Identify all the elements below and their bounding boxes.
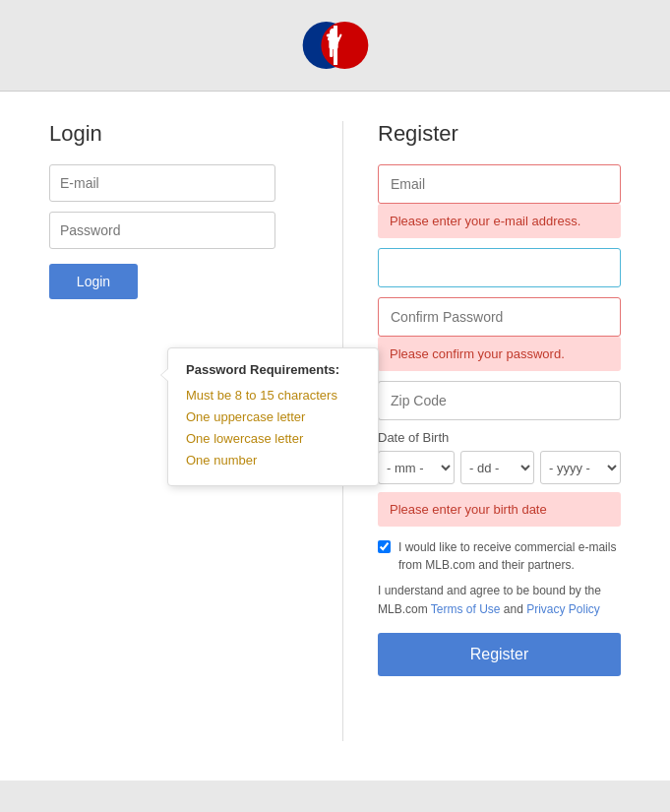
dob-month-select[interactable]: - mm - 010203 040506 070809 101112 xyxy=(378,451,455,484)
pw-requirements-title: Password Requirements: xyxy=(186,362,360,377)
pw-req-length: Must be 8 to 15 characters xyxy=(186,385,360,406)
zip-input[interactable] xyxy=(378,381,621,420)
svg-point-1 xyxy=(321,22,368,69)
password-group xyxy=(378,248,621,287)
login-button[interactable]: Login xyxy=(49,264,138,299)
login-password-input[interactable] xyxy=(49,212,275,249)
email-group: Please enter your e-mail address. xyxy=(378,164,621,238)
commercial-email-row: I would like to receive commercial e-mai… xyxy=(378,538,621,574)
terms-text: I understand and agree to be bound by th… xyxy=(378,582,621,619)
mlb-logo xyxy=(296,18,375,73)
commercial-email-checkbox[interactable] xyxy=(378,540,391,553)
pw-req-lowercase: One lowercase letter xyxy=(186,428,360,450)
pw-requirements-tooltip: Password Requirements: Must be 8 to 15 c… xyxy=(167,347,379,486)
dob-error-message: Please enter your birth date xyxy=(378,492,621,527)
dob-selects: - mm - 010203 040506 070809 101112 - dd … xyxy=(378,451,621,484)
confirm-password-group: Please confirm your password. xyxy=(378,297,621,371)
login-email-input[interactable] xyxy=(49,164,275,202)
header xyxy=(0,0,670,92)
svg-rect-9 xyxy=(334,26,337,65)
terms-and: and xyxy=(504,602,526,616)
dob-label: Date of Birth xyxy=(378,430,621,445)
confirm-password-error-message: Please confirm your password. xyxy=(378,337,621,371)
pw-req-uppercase: One uppercase letter xyxy=(186,406,360,428)
email-error-message: Please enter your e-mail address. xyxy=(378,204,621,238)
pw-req-number: One number xyxy=(186,450,360,471)
login-section: Login Login Password Requirements: Must … xyxy=(49,121,343,741)
register-title: Register xyxy=(378,121,621,147)
dob-group: Date of Birth - mm - 010203 040506 07080… xyxy=(378,430,621,527)
register-confirm-password-input[interactable] xyxy=(378,297,621,337)
zip-group xyxy=(378,381,621,420)
register-password-input[interactable] xyxy=(378,248,621,287)
main-content: Login Login Password Requirements: Must … xyxy=(0,92,670,781)
dob-year-select[interactable]: - yyyy - 200520042003 200220012000 19991… xyxy=(540,451,621,484)
register-button[interactable]: Register xyxy=(378,633,621,676)
register-email-input[interactable] xyxy=(378,164,621,204)
privacy-policy-link[interactable]: Privacy Policy xyxy=(526,602,600,616)
register-section: Register Please enter your e-mail addres… xyxy=(343,121,621,741)
dob-day-select[interactable]: - dd - 01020304 05060708 09101112 131415… xyxy=(460,451,534,484)
terms-of-use-link[interactable]: Terms of Use xyxy=(431,602,501,616)
login-title: Login xyxy=(49,121,313,147)
svg-rect-7 xyxy=(330,48,333,57)
commercial-email-label[interactable]: I would like to receive commercial e-mai… xyxy=(398,538,621,574)
